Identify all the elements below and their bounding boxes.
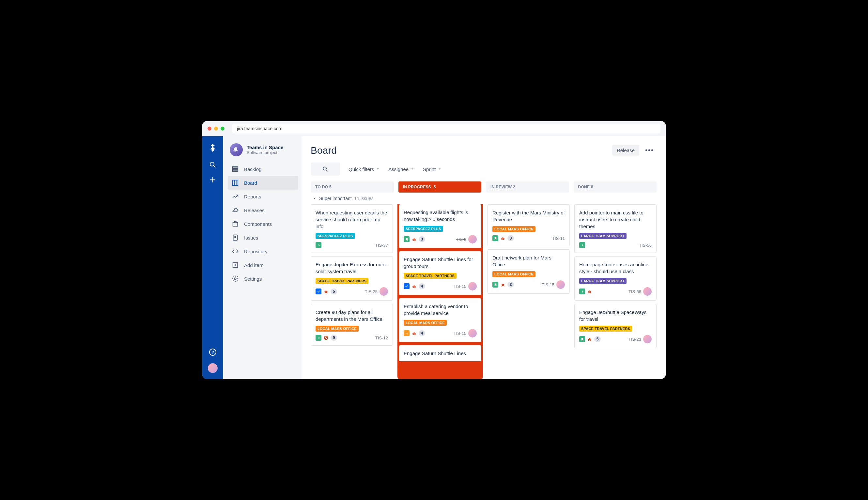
- priority-highest-icon: [500, 236, 505, 241]
- story-points: 4: [419, 330, 425, 336]
- minimize-icon[interactable]: [214, 127, 218, 130]
- sprint-dropdown[interactable]: Sprint: [423, 167, 442, 172]
- close-icon[interactable]: [207, 127, 212, 130]
- card-title: Register with the Mars Ministry of Reven…: [492, 209, 565, 223]
- task-icon: [316, 288, 321, 294]
- story-icon: [316, 335, 321, 341]
- issue-card[interactable]: Draft network plan for Mars OfficeLOCAL …: [488, 249, 570, 294]
- assignee-avatar[interactable]: [556, 280, 565, 289]
- issue-card[interactable]: Establish a catering vendor to provide m…: [399, 298, 481, 342]
- issue-key: TIS-11: [552, 236, 565, 241]
- more-button[interactable]: •••: [642, 144, 656, 157]
- url-bar[interactable]: jira.teamsinspace.com: [232, 124, 661, 134]
- assignee-avatar[interactable]: [468, 329, 477, 338]
- card-label: LARGE TEAM SUPPORT: [579, 233, 627, 239]
- story-icon: [579, 288, 585, 294]
- card-label: LOCAL MARS OFFICE: [492, 226, 536, 232]
- col-header-done: DONE 8: [574, 181, 657, 193]
- svg-text:?: ?: [212, 350, 214, 355]
- nav-label: Backlog: [244, 167, 261, 172]
- column-done: Add pointer to main css file to instruct…: [574, 204, 656, 379]
- swimlane-header[interactable]: Super important 11 issues: [311, 196, 656, 201]
- project-sidebar: Teams in Space Software project Backlog …: [223, 136, 301, 379]
- sidebar-item-issues[interactable]: Issues: [228, 231, 298, 245]
- issue-key: TIS-8: [456, 237, 466, 242]
- filter-label: Sprint: [423, 167, 436, 172]
- issue-card[interactable]: Create 90 day plans for all departments …: [311, 304, 393, 345]
- maximize-icon[interactable]: [220, 127, 225, 130]
- nav-label: Board: [244, 180, 257, 186]
- help-icon[interactable]: ?: [209, 348, 217, 356]
- sidebar-item-reports[interactable]: Reports: [228, 190, 298, 203]
- column-headers: TO DO 5 IN PROGRESS 5 IN REVIEW 2 DONE 8: [311, 181, 656, 193]
- sidebar-item-releases[interactable]: Releases: [228, 203, 298, 217]
- assignee-avatar[interactable]: [468, 282, 477, 291]
- chevron-down-icon: [376, 167, 380, 171]
- card-label: LOCAL MARS OFFICE: [404, 320, 447, 326]
- filter-label: Assignee: [388, 167, 409, 172]
- nav-label: Releases: [244, 207, 265, 213]
- issue-card[interactable]: Engage Jupiter Express for outer solar s…: [311, 256, 393, 300]
- sidebar-item-repository[interactable]: Repository: [228, 245, 298, 258]
- sidebar-item-additem[interactable]: Add item: [228, 258, 298, 272]
- assignee-avatar[interactable]: [643, 287, 652, 296]
- issue-card[interactable]: When requesting user details the service…: [311, 204, 393, 253]
- svg-rect-9: [233, 180, 238, 186]
- nav-rail: ?: [202, 136, 223, 379]
- issue-key: TIS-12: [375, 336, 388, 340]
- nav-label: Add item: [244, 262, 263, 268]
- task-icon: [404, 283, 410, 289]
- issue-key: TIS-15: [454, 331, 466, 336]
- assignee-avatar[interactable]: [643, 335, 652, 343]
- profile-avatar[interactable]: [208, 363, 218, 373]
- svg-point-0: [210, 162, 214, 166]
- story-points: 9: [331, 335, 337, 341]
- assignee-dropdown[interactable]: Assignee: [388, 167, 414, 172]
- issue-card[interactable]: Engage Saturn Shuttle Lines for group to…: [399, 251, 481, 295]
- priority-highest-icon: [411, 237, 417, 242]
- column-todo: When requesting user details the service…: [311, 204, 393, 379]
- create-icon[interactable]: [209, 176, 217, 184]
- issue-card[interactable]: Requesting available flights is now taki…: [399, 204, 481, 248]
- card-title: Draft network plan for Mars Office: [492, 254, 565, 268]
- sidebar-item-board[interactable]: Board: [228, 176, 298, 190]
- priority-highest-icon: [587, 337, 592, 342]
- search-icon[interactable]: [209, 161, 217, 169]
- story-points: 3: [507, 235, 514, 241]
- card-title: Add pointer to main css file to instruct…: [579, 209, 652, 230]
- release-button[interactable]: Release: [612, 145, 639, 156]
- assignee-avatar[interactable]: [468, 235, 477, 243]
- card-label: SEESPACEEZ PLUS: [404, 226, 443, 232]
- card-label: LARGE TEAM SUPPORT: [579, 278, 627, 284]
- issue-card[interactable]: Engage JetShuttle SpaceWays for travelSP…: [574, 304, 656, 348]
- issue-card[interactable]: Register with the Mars Ministry of Reven…: [488, 204, 570, 246]
- issue-card[interactable]: Homepage footer uses an inline style - s…: [574, 256, 656, 300]
- issue-key: TIS-56: [639, 243, 652, 248]
- issue-card[interactable]: Add pointer to main css file to instruct…: [574, 204, 656, 253]
- svg-rect-6: [233, 167, 238, 168]
- jira-logo-icon[interactable]: [208, 143, 217, 154]
- main-content: Board Release ••• Quick filters Assignee: [301, 136, 666, 379]
- issue-card[interactable]: Engage Saturn Shuttle Lines: [399, 345, 481, 361]
- subtask-icon: [404, 330, 410, 336]
- swimlane-count: 11 issues: [354, 196, 374, 201]
- chevron-down-icon: [437, 167, 442, 171]
- sidebar-item-components[interactable]: Components: [228, 217, 298, 231]
- sidebar-item-backlog[interactable]: Backlog: [228, 162, 298, 176]
- project-icon: [230, 143, 243, 156]
- svg-rect-7: [233, 168, 238, 170]
- col-header-inreview: IN REVIEW 2: [486, 181, 569, 193]
- nav-label: Components: [244, 221, 272, 227]
- quick-filters-dropdown[interactable]: Quick filters: [349, 167, 380, 172]
- svg-line-23: [325, 337, 327, 339]
- priority-highest-icon: [500, 282, 505, 287]
- project-header[interactable]: Teams in Space Software project: [228, 143, 298, 162]
- sidebar-item-settings[interactable]: Settings: [228, 272, 298, 286]
- svg-point-20: [323, 167, 326, 170]
- card-title: Homepage footer uses an inline style - s…: [579, 261, 652, 275]
- nav-label: Settings: [244, 276, 262, 282]
- project-name: Teams in Space: [247, 145, 283, 150]
- board-search[interactable]: [311, 162, 340, 175]
- assignee-avatar[interactable]: [379, 287, 388, 296]
- chevron-down-icon: [411, 167, 414, 171]
